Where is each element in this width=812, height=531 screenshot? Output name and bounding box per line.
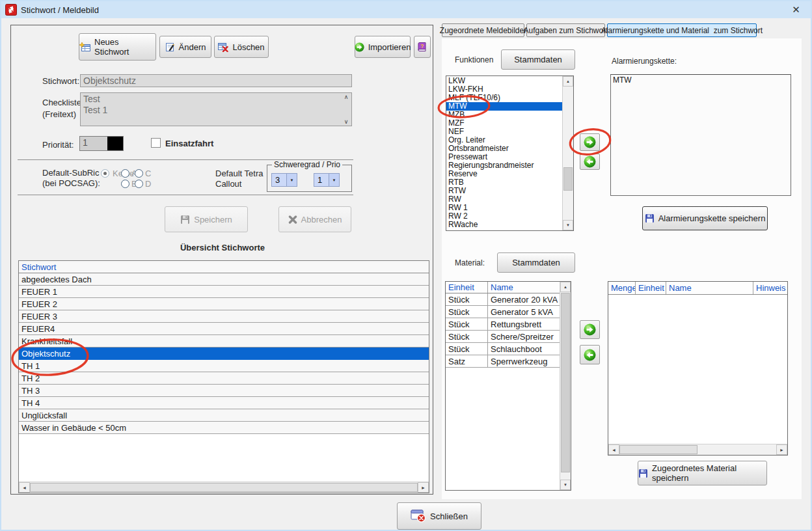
- importieren-button[interactable]: Importieren: [355, 36, 411, 58]
- add-material-button[interactable]: [580, 320, 600, 339]
- scroll-right-icon[interactable]: ►: [776, 444, 787, 455]
- radio-c[interactable]: [135, 169, 143, 178]
- add-to-alarmkette-button[interactable]: [580, 133, 600, 151]
- alarmierungskette-speichern-button[interactable]: Alarmierungskette speichern: [642, 206, 768, 230]
- column-header[interactable]: Name: [488, 282, 560, 293]
- scroll-left-icon[interactable]: ◄: [19, 482, 30, 493]
- column-header[interactable]: Menge: [608, 282, 636, 294]
- scroll-down-icon[interactable]: ▼: [563, 220, 573, 230]
- scroll-thumb[interactable]: [30, 483, 418, 492]
- speichern-label: Speichern: [194, 215, 232, 225]
- green-arrow-left-icon: [584, 156, 596, 168]
- assigned-material-table: Menge Einheit Name Hinweis ◄ ►: [608, 281, 788, 456]
- import-icon: [355, 42, 364, 52]
- remove-material-button[interactable]: [580, 345, 600, 364]
- prioritaet-field[interactable]: 1: [79, 136, 124, 151]
- stichwort-row[interactable]: Objektschutz: [19, 347, 429, 360]
- einsatzfahrt-checkbox[interactable]: [151, 138, 161, 148]
- stichwort-row[interactable]: TH 2: [19, 372, 429, 385]
- funktionen-stammdaten-button[interactable]: Stammdaten: [501, 49, 575, 70]
- funktionen-label: Funktionen: [455, 55, 493, 64]
- tab-alarmierungskette-material[interactable]: Alarmierungskette und Material zum Stich…: [607, 23, 757, 37]
- loeschen-button[interactable]: Löschen: [214, 36, 269, 58]
- stichwort-row[interactable]: TH 1: [19, 360, 429, 372]
- abbrechen-button[interactable]: Abbrechen: [278, 206, 351, 232]
- chevron-down-icon[interactable]: ▼: [286, 174, 297, 186]
- checkliste-textarea[interactable]: Test Test 1: [80, 92, 352, 126]
- schweregrad-dropdown[interactable]: 3 ▼: [271, 173, 297, 187]
- zugeordnetes-material-speichern-button[interactable]: Zugeordnetes Material speichern: [638, 461, 767, 485]
- scroll-right-icon[interactable]: ►: [418, 482, 429, 493]
- app-icon: [5, 4, 17, 16]
- stichwort-panel: Neues Stichwort Ändern: [10, 25, 433, 495]
- stichwort-row[interactable]: TH 3: [19, 385, 429, 397]
- scroll-up-icon[interactable]: ▲: [563, 76, 573, 87]
- radio-b[interactable]: [121, 180, 129, 188]
- stichwort-row[interactable]: Wasser in Gebäude < 50cm: [19, 422, 429, 434]
- material-name: Sperrwerkzeug: [488, 355, 560, 367]
- assigned-material-hscrollbar[interactable]: ◄ ►: [608, 444, 787, 455]
- scroll-left-icon[interactable]: ◄: [608, 444, 619, 455]
- scroll-down-icon[interactable]: ▼: [560, 480, 571, 490]
- stichwort-row[interactable]: FEUER 3: [19, 310, 429, 323]
- checkliste-scrollbar[interactable]: ∧ ∨: [341, 93, 351, 126]
- scroll-down-icon[interactable]: ∨: [344, 118, 349, 125]
- scroll-up-icon[interactable]: ∧: [344, 94, 349, 100]
- schliessen-button[interactable]: Schließen: [397, 502, 481, 530]
- stichwort-column-header[interactable]: Stichwort: [19, 261, 429, 273]
- scroll-up-icon[interactable]: ▲: [560, 282, 571, 292]
- material-vscrollbar[interactable]: ▲ ▼: [560, 282, 571, 490]
- column-header[interactable]: Name: [666, 282, 753, 294]
- material-row[interactable]: StückGenerator 20 kVA: [446, 293, 560, 306]
- scroll-thumb[interactable]: [561, 293, 570, 472]
- help-button[interactable]: ?: [414, 36, 431, 58]
- stichwort-hscrollbar[interactable]: ◄ ►: [19, 482, 429, 493]
- column-header[interactable]: Einheit: [446, 282, 488, 293]
- tab-zugeordnete-meldebilder[interactable]: Zugeordnete Meldebilder: [442, 23, 524, 37]
- material-row[interactable]: StückSchere/Spreitzer: [446, 331, 560, 343]
- stichwort-row[interactable]: Unglücksfall: [19, 409, 429, 422]
- scroll-thumb[interactable]: [619, 445, 697, 454]
- funktion-item[interactable]: RTW: [446, 187, 562, 195]
- prio-dropdown[interactable]: 1 ▼: [314, 173, 340, 187]
- schliessen-label: Schließen: [430, 511, 468, 521]
- tab-aufgaben-zum-stichwort[interactable]: Aufgaben zum Stichwort: [526, 23, 605, 37]
- material-row[interactable]: StückGenerator 5 kVA: [446, 306, 560, 318]
- material-einheit: Stück: [446, 343, 488, 355]
- neues-stichwort-button[interactable]: Neues Stichwort: [79, 33, 156, 61]
- material-name: Rettungsbrett: [488, 318, 560, 330]
- column-header[interactable]: Einheit: [636, 282, 666, 294]
- stichwort-row[interactable]: TH 4: [19, 397, 429, 409]
- stichwort-row[interactable]: FEUER 1: [19, 286, 429, 298]
- aendern-button[interactable]: Ändern: [159, 36, 211, 58]
- funktionen-vscrollbar[interactable]: ▲ ▼: [562, 76, 573, 230]
- subric-label: Default-SubRic: [42, 168, 99, 178]
- window-title: Stichwort / Meldebild: [21, 5, 99, 15]
- stichwort-row[interactable]: abgedecktes Dach: [19, 273, 429, 286]
- stichwort-row[interactable]: FEUER4: [19, 323, 429, 335]
- material-row[interactable]: StückSchlauchboot: [446, 343, 560, 355]
- titlebar: Stichwort / Meldebild ✕: [1, 1, 811, 18]
- green-arrow-right-icon: [584, 136, 596, 148]
- stichwort-input[interactable]: Objektschutz: [80, 74, 352, 87]
- material-row[interactable]: SatzSperrwerkzeug: [446, 355, 560, 368]
- radio-d[interactable]: [135, 180, 143, 188]
- radio-a[interactable]: [121, 169, 129, 178]
- funktion-item[interactable]: RWache: [446, 221, 562, 229]
- close-icon[interactable]: ✕: [781, 1, 811, 18]
- speichern-button[interactable]: Speichern: [165, 206, 248, 232]
- radio-keine[interactable]: [101, 169, 109, 178]
- stichwort-row[interactable]: FEUER 2: [19, 298, 429, 310]
- column-header[interactable]: Hinweis: [753, 282, 787, 294]
- checkliste-sublabel: (Freitext): [42, 109, 76, 119]
- material-stammdaten-button[interactable]: Stammdaten: [497, 252, 575, 273]
- material-header-row: Einheit Name: [446, 282, 560, 293]
- prioritaet-color-swatch[interactable]: [107, 137, 123, 150]
- stichwort-row[interactable]: Krankheitsfall: [19, 335, 429, 347]
- remove-from-alarmkette-button[interactable]: [580, 154, 600, 170]
- scroll-thumb[interactable]: [563, 167, 573, 191]
- material-row[interactable]: StückRettungsbrett: [446, 318, 560, 331]
- alarmkette-item[interactable]: MTW: [611, 75, 791, 85]
- neues-stichwort-label: Neues Stichwort: [94, 37, 156, 57]
- chevron-down-icon[interactable]: ▼: [329, 174, 339, 186]
